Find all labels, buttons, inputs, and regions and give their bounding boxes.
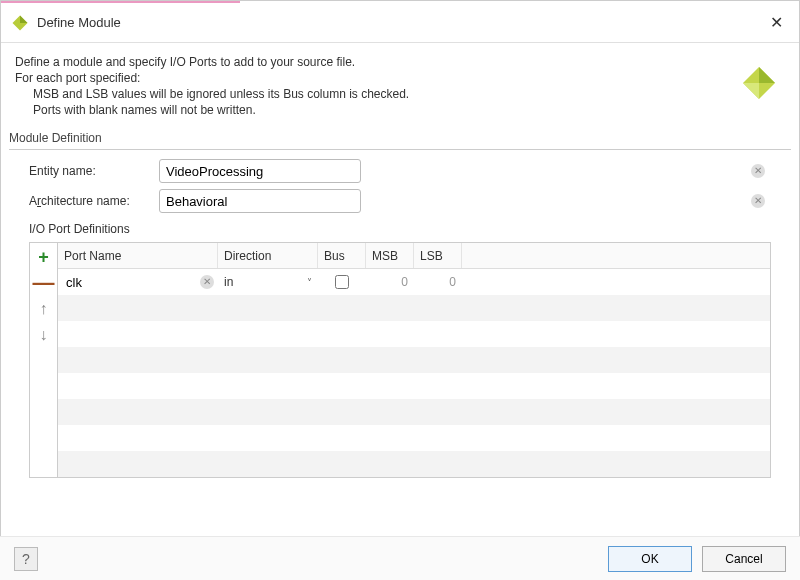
col-header-direction[interactable]: Direction — [218, 243, 318, 268]
direction-cell[interactable]: in ˅ — [218, 269, 318, 295]
row-architecture-name: Architecture name: ✕ — [1, 186, 799, 216]
desc-line-3: MSB and LSB values will be ignored unles… — [15, 87, 785, 101]
section-title-io-ports: I/O Port Definitions — [1, 216, 799, 238]
svg-marker-3 — [759, 67, 775, 83]
col-header-lsb[interactable]: LSB — [414, 243, 462, 268]
app-logo-icon — [11, 14, 29, 32]
label-entity-name: Entity name: — [29, 164, 159, 178]
table-row-empty — [58, 425, 770, 451]
move-up-button[interactable]: ↑ — [34, 299, 54, 319]
desc-line-2: For each port specified: — [15, 71, 785, 85]
label-architecture-name: Architecture name: — [29, 194, 159, 208]
row-entity-name: Entity name: ✕ — [1, 156, 799, 186]
table-row-empty — [58, 451, 770, 477]
desc-line-1: Define a module and specify I/O Ports to… — [15, 55, 785, 69]
architecture-name-input[interactable] — [159, 189, 361, 213]
col-header-port-name[interactable]: Port Name — [58, 243, 218, 268]
desc-line-4: Ports with blank names will not be writt… — [15, 103, 785, 117]
close-icon[interactable]: ✕ — [764, 13, 789, 32]
title-bar: Define Module ✕ — [1, 3, 799, 43]
msb-cell[interactable]: 0 — [366, 269, 414, 295]
table-body: ✕ in ˅ 0 0 — [58, 269, 770, 477]
add-port-button[interactable]: + — [34, 247, 54, 267]
table-row[interactable]: ✕ in ˅ 0 0 — [58, 269, 770, 295]
chevron-down-icon[interactable]: ˅ — [307, 277, 312, 288]
ports-toolbar: + — ↑ ↓ — [30, 243, 58, 477]
move-down-button[interactable]: ↓ — [34, 325, 54, 345]
remove-port-button[interactable]: — — [34, 273, 54, 293]
table-header-row: Port Name Direction Bus MSB LSB — [58, 243, 770, 269]
table-row-empty — [58, 347, 770, 373]
ok-button[interactable]: OK — [608, 546, 692, 572]
row-spacer — [462, 269, 770, 295]
col-header-msb[interactable]: MSB — [366, 243, 414, 268]
ports-table-area: + — ↑ ↓ Port Name Direction Bus MSB LSB … — [29, 242, 771, 478]
table-row-empty — [58, 399, 770, 425]
window-top-border — [1, 1, 799, 3]
ports-table: Port Name Direction Bus MSB LSB ✕ in ˅ — [58, 243, 770, 477]
bus-checkbox[interactable] — [335, 275, 349, 289]
vendor-logo-icon — [739, 63, 779, 106]
table-row-empty — [58, 373, 770, 399]
col-header-spacer — [462, 243, 770, 268]
cancel-button[interactable]: Cancel — [702, 546, 786, 572]
clear-icon[interactable]: ✕ — [751, 164, 765, 178]
dialog-footer: ? OK Cancel — [0, 536, 800, 580]
description-area: Define a module and specify I/O Ports to… — [1, 43, 799, 123]
direction-value: in — [224, 275, 233, 289]
svg-marker-4 — [743, 83, 759, 99]
clear-icon[interactable]: ✕ — [200, 275, 214, 289]
table-row-empty — [58, 321, 770, 347]
lsb-cell[interactable]: 0 — [414, 269, 462, 295]
port-name-cell[interactable]: ✕ — [58, 269, 218, 295]
table-row-empty — [58, 295, 770, 321]
window-title: Define Module — [37, 15, 764, 30]
help-button[interactable]: ? — [14, 547, 38, 571]
entity-name-input[interactable] — [159, 159, 361, 183]
svg-marker-1 — [20, 15, 28, 23]
clear-icon[interactable]: ✕ — [751, 194, 765, 208]
section-title-module-definition: Module Definition — [1, 123, 799, 149]
section-divider — [9, 149, 791, 150]
col-header-bus[interactable]: Bus — [318, 243, 366, 268]
bus-cell[interactable] — [318, 269, 366, 295]
